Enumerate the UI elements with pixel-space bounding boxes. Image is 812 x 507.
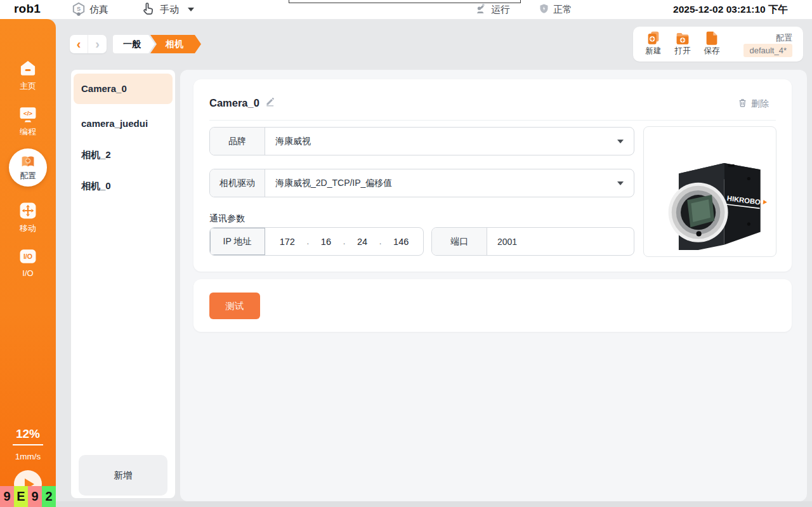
sidebar-item-label: 配置 <box>20 171 36 181</box>
io-icon: I/O <box>18 246 38 267</box>
debug-tile: 2 <box>42 486 56 507</box>
dropdown-caret-icon[interactable] <box>617 181 624 185</box>
simulation-label: 仿真 <box>89 4 108 16</box>
hand-icon <box>141 1 156 18</box>
move-icon <box>18 201 38 221</box>
run-status[interactable]: 运行 <box>475 0 510 19</box>
new-config-label: 新建 <box>642 46 665 56</box>
manual-mode-button[interactable]: 手动 <box>141 0 194 19</box>
brand-label: 品牌 <box>210 128 265 155</box>
chevron-down-icon[interactable] <box>188 8 194 11</box>
speed-percent[interactable]: 12% <box>0 427 56 445</box>
sidebar-item-label: 编程 <box>0 126 56 138</box>
driver-label: 相机驱动 <box>210 169 265 197</box>
config-name-badge[interactable]: default_4* <box>743 44 792 57</box>
tab-general[interactable]: 一般 <box>113 35 155 53</box>
driver-value: 海康威视_2D_TCP/IP_偏移值 <box>275 178 392 189</box>
ip-label: IP 地址 <box>210 228 265 255</box>
sidebar-item-label: 移动 <box>0 223 56 234</box>
forward-button[interactable]: › <box>88 35 107 53</box>
save-config-button[interactable]: 保存 <box>700 30 723 56</box>
tab-camera[interactable]: 相机 <box>150 35 201 53</box>
sidebar-item-programming[interactable]: </> 编程 <box>0 104 56 138</box>
open-config-button[interactable]: 打开 <box>671 30 694 56</box>
divider <box>209 120 776 121</box>
speed-rate: 1mm/s <box>0 452 56 461</box>
save-file-icon <box>704 30 720 46</box>
debug-tiles: 9 E 9 2 <box>0 486 56 507</box>
debug-tile: 9 <box>0 486 14 507</box>
datetime-display: 2025-12-02 03:21:10 下午 <box>673 3 788 16</box>
ip-octet-4[interactable]: 146 <box>393 237 409 247</box>
ip-dot: . <box>307 237 310 246</box>
test-card: 测试 <box>193 279 792 332</box>
comm-params-title: 通讯参数 <box>209 213 245 225</box>
simulation-icon: S <box>72 2 86 18</box>
file-actions: 新建 打开 保存 <box>642 30 723 56</box>
ip-dot: . <box>343 237 346 246</box>
debug-tile: 9 <box>28 486 42 507</box>
config-icon <box>20 154 36 170</box>
bottom-strip <box>0 501 812 507</box>
trash-icon <box>738 98 747 110</box>
back-button[interactable]: ‹ <box>70 35 88 53</box>
delete-camera-button[interactable]: 删除 <box>738 98 769 110</box>
config-label: 配置 <box>776 32 792 44</box>
sidebar-item-config-selected[interactable]: 配置 <box>9 148 47 187</box>
camera-title-row: Camera_0 <box>209 96 275 109</box>
industrial-camera-illustration: HIKROBOT <box>652 133 768 250</box>
sidebar-item-io[interactable]: I/O I/O <box>0 246 56 278</box>
brand-value: 海康威视 <box>275 136 311 147</box>
camera-list-panel: Camera_0 camera_juedui 相机_2 相机_0 新增 <box>71 70 175 498</box>
ip-field: IP 地址 172 . 16 . 24 . 146 <box>209 227 424 256</box>
ip-octet-2[interactable]: 16 <box>321 237 331 247</box>
test-button[interactable]: 测试 <box>209 293 260 319</box>
svg-text:</>: </> <box>23 110 32 117</box>
history-nav: ‹ › <box>70 35 107 53</box>
ip-octet-1[interactable]: 172 <box>280 237 295 247</box>
brand-field: 品牌 海康威视 <box>209 127 634 155</box>
robot-icon <box>475 3 487 17</box>
config-tabs: 一般 相机 <box>113 35 201 53</box>
debug-tile: E <box>14 486 28 507</box>
config-file-toolbar: 新建 打开 保存 配置 default_4* <box>633 27 803 62</box>
svg-text:I/O: I/O <box>23 253 32 260</box>
sidebar-item-label: 主页 <box>0 81 56 92</box>
shield-icon <box>539 3 549 16</box>
code-icon: </> <box>18 104 38 124</box>
list-item-xiangji-0[interactable]: 相机_0 <box>71 170 175 201</box>
open-config-label: 打开 <box>671 46 694 56</box>
camera-detail-panel: Camera_0 删除 品牌 <box>180 70 807 501</box>
edit-name-icon[interactable] <box>265 96 275 109</box>
ip-octet-3[interactable]: 24 <box>357 237 367 247</box>
status-label: 正常 <box>553 4 572 16</box>
sidebar: 主页 </> 编程 配置 <box>0 19 56 507</box>
list-item-camera-0[interactable]: Camera_0 <box>74 74 173 104</box>
port-value: 2001 <box>497 237 517 247</box>
port-input[interactable]: 2001 <box>487 228 634 255</box>
camera-product-image: HIKROBOT <box>643 126 776 257</box>
sidebar-item-home[interactable]: 主页 <box>0 58 56 92</box>
sidebar-item-label: I/O <box>0 268 56 278</box>
app-title: rob1 <box>14 2 41 16</box>
new-file-icon <box>645 30 662 46</box>
add-camera-button[interactable]: 新增 <box>79 455 167 496</box>
dropdown-caret-icon[interactable] <box>617 140 624 143</box>
save-config-label: 保存 <box>700 46 723 56</box>
ip-input[interactable]: 172 . 16 . 24 . 146 <box>265 228 423 255</box>
simulation-button[interactable]: S 仿真 <box>72 0 108 19</box>
driver-select[interactable]: 海康威视_2D_TCP/IP_偏移值 <box>265 169 634 197</box>
home-icon <box>18 58 38 79</box>
camera-form-card: Camera_0 删除 品牌 <box>193 79 792 272</box>
health-status[interactable]: 正常 <box>539 0 572 19</box>
top-bar: rob1 S 仿真 手动 运行 <box>0 0 812 19</box>
brand-select[interactable]: 海康威视 <box>265 128 634 155</box>
list-item-xiangji-2[interactable]: 相机_2 <box>71 139 175 170</box>
camera-title: Camera_0 <box>209 97 259 109</box>
port-label: 端口 <box>432 228 487 255</box>
manual-mode-label: 手动 <box>160 4 179 16</box>
list-item-camera-juedui[interactable]: camera_juedui <box>71 108 175 139</box>
open-folder-icon <box>674 30 691 46</box>
sidebar-item-move[interactable]: 移动 <box>0 201 56 234</box>
new-config-button[interactable]: 新建 <box>642 30 665 56</box>
